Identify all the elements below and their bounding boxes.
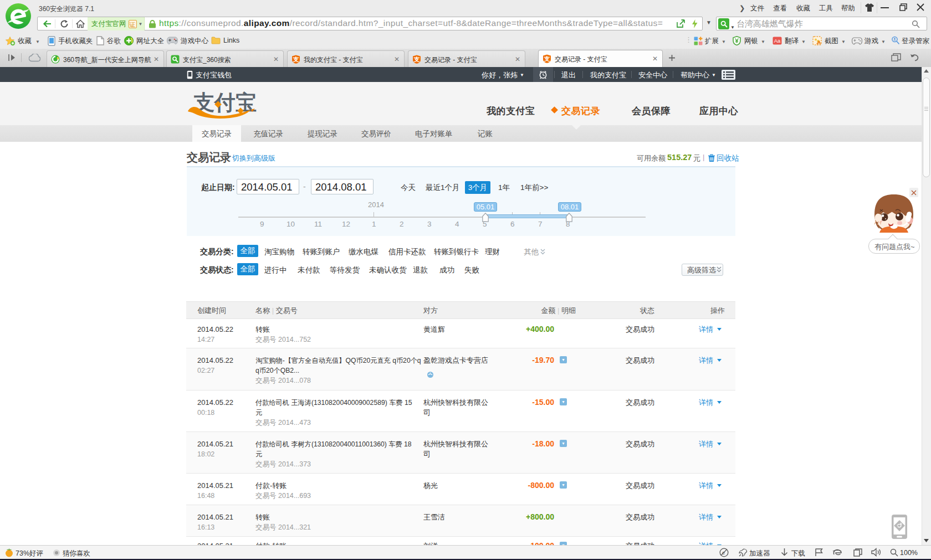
svg-text:e: e <box>722 550 725 556</box>
svg-text:支: 支 <box>293 56 300 63</box>
svg-text:支: 支 <box>544 55 551 62</box>
svg-text:Aa: Aa <box>774 38 781 44</box>
svg-text:支付宝: 支付宝 <box>193 91 257 114</box>
svg-text:支: 支 <box>413 56 421 63</box>
